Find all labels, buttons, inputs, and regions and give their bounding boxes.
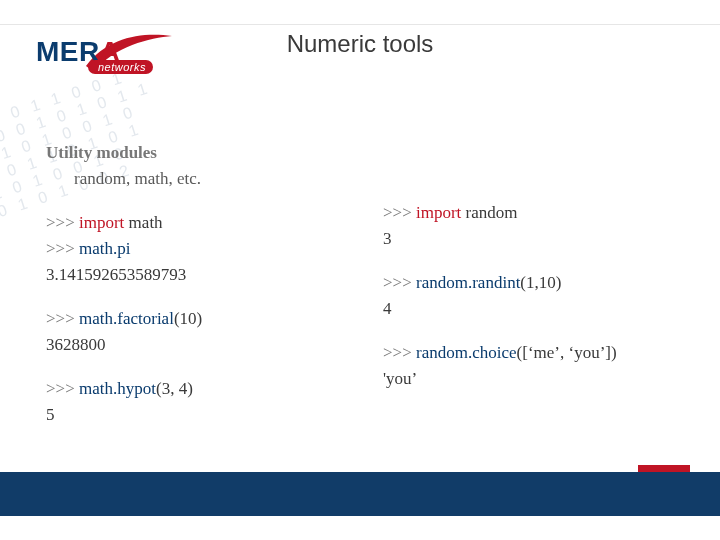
brand-subtext: networks — [88, 60, 153, 74]
code-line: >>> import math — [46, 210, 353, 236]
slide-title: Numeric tools — [0, 30, 720, 58]
code-line: >>> random.randint(1,10) — [383, 270, 690, 296]
call-name: math.factorial — [79, 309, 174, 328]
output-line: 3 — [383, 226, 690, 252]
module-name: math — [124, 213, 162, 232]
paren-close: ) — [611, 343, 617, 362]
code-line: >>> import random — [383, 200, 690, 226]
content-area: Utility modules random, math, etc. >>> i… — [46, 140, 690, 428]
code-line: >>> math.pi — [46, 236, 353, 262]
arg: 1 — [526, 273, 535, 292]
code-block: >>> import random 3 — [383, 200, 690, 252]
output-line: 4 — [383, 296, 690, 322]
footer-accent-bar — [638, 465, 690, 472]
repl-prompt: >>> — [383, 343, 416, 362]
output-line: 3628800 — [46, 332, 353, 358]
paren-close: ) — [556, 273, 562, 292]
left-column: Utility modules random, math, etc. >>> i… — [46, 140, 353, 428]
keyword-import: import — [416, 203, 461, 222]
right-column: >>> import random 3 >>> random.randint(1… — [383, 140, 690, 428]
code-block: >>> math.factorial(10) 3628800 — [46, 306, 353, 358]
keyword-import: import — [79, 213, 124, 232]
output-line: 3.141592653589793 — [46, 262, 353, 288]
repl-prompt: >>> — [46, 213, 79, 232]
arg: 4 — [179, 379, 188, 398]
utility-heading: Utility modules — [46, 140, 353, 166]
string-arg: ‘you’ — [569, 343, 606, 362]
top-divider — [0, 24, 720, 25]
expression: math.pi — [79, 239, 130, 258]
code-line: >>> random.choice([‘me’, ‘you’]) — [383, 340, 690, 366]
string-arg: ‘me’ — [528, 343, 560, 362]
code-block: >>> random.randint(1,10) 4 — [383, 270, 690, 322]
call-name: random.randint — [416, 273, 520, 292]
code-block: >>> random.choice([‘me’, ‘you’]) 'you’ — [383, 340, 690, 392]
comma: , — [560, 343, 569, 362]
repl-prompt: >>> — [46, 309, 79, 328]
call-name: math.hypot — [79, 379, 156, 398]
paren-close: ) — [197, 309, 203, 328]
footer-bar — [0, 472, 720, 516]
module-name: random — [461, 203, 517, 222]
utility-subheading: random, math, etc. — [46, 166, 353, 192]
output-line: 'you’ — [383, 366, 690, 392]
repl-prompt: >>> — [383, 203, 416, 222]
repl-prompt: >>> — [383, 273, 416, 292]
code-block: >>> import math >>> math.pi 3.1415926535… — [46, 210, 353, 288]
arg: 3 — [162, 379, 171, 398]
repl-prompt: >>> — [46, 379, 79, 398]
paren-close: ) — [187, 379, 193, 398]
repl-prompt: >>> — [46, 239, 79, 258]
output-line: 5 — [46, 402, 353, 428]
code-line: >>> math.factorial(10) — [46, 306, 353, 332]
arg: 10 — [539, 273, 556, 292]
call-name: random.choice — [416, 343, 517, 362]
arg: 10 — [180, 309, 197, 328]
code-block: >>> math.hypot(3, 4) 5 — [46, 376, 353, 428]
code-line: >>> math.hypot(3, 4) — [46, 376, 353, 402]
comma: , — [170, 379, 179, 398]
